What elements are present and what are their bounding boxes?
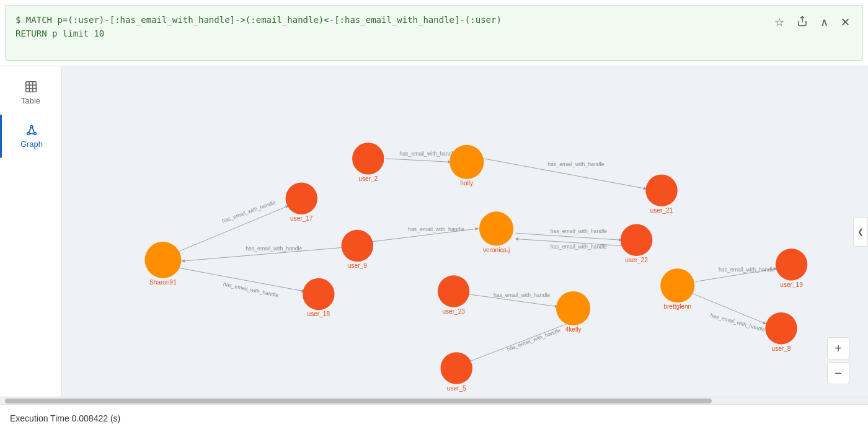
svg-line-10 (32, 128, 34, 133)
node-4kelly[interactable] (556, 291, 590, 325)
graph-svg: has_email_with_handle has_email_with_han… (62, 66, 868, 397)
table-icon (24, 80, 38, 94)
collapse-query-button[interactable]: ∧ (818, 14, 831, 30)
status-bar: Execution Time 0.008422 (s) (0, 404, 868, 432)
label-user2: user_2 (358, 175, 378, 182)
svg-point-8 (34, 133, 37, 135)
node-user23[interactable] (438, 275, 469, 307)
query-text: $ MATCH p=(:user)-[:has_email_with_handl… (16, 13, 762, 41)
collapse-panel-button[interactable]: ❮ (853, 217, 868, 247)
graph-icon (25, 123, 38, 137)
svg-text:has_email_with_handle: has_email_with_handle (399, 151, 456, 157)
zoom-in-button[interactable]: + (827, 337, 849, 359)
scrollbar-thumb[interactable] (5, 399, 712, 403)
table-label: Table (21, 96, 40, 105)
node-user8[interactable] (765, 312, 797, 344)
label-veronicaj: veronica.j (483, 247, 510, 253)
share-button[interactable] (794, 13, 810, 31)
label-brettglenn: brettglenn (663, 303, 691, 310)
content-area: Table Graph (0, 66, 868, 397)
svg-text:has_email_with_handle: has_email_with_handle (223, 281, 279, 299)
label-4kelly: 4kelly (565, 326, 582, 333)
svg-line-18 (386, 159, 451, 162)
sidebar: Table Graph (0, 66, 62, 397)
label-user9: user_9 (348, 262, 367, 269)
zoom-controls: + − (827, 337, 849, 384)
node-user5[interactable] (440, 352, 472, 384)
node-veronicaj[interactable] (479, 211, 513, 245)
sidebar-item-graph[interactable]: Graph (0, 115, 61, 158)
zoom-out-button[interactable]: − (827, 362, 849, 384)
svg-line-9 (29, 128, 31, 133)
node-user22[interactable] (621, 224, 652, 256)
query-actions: ☆ ∧ ✕ (762, 13, 852, 31)
label-user19: user_19 (780, 281, 803, 288)
node-sharon91[interactable] (145, 242, 182, 278)
label-user5: user_5 (447, 385, 466, 392)
svg-rect-1 (25, 82, 36, 92)
query-line1: $ MATCH p=(:user)-[:has_email_with_handl… (16, 13, 762, 27)
label-user23: user_23 (442, 308, 465, 315)
svg-text:has_email_with_handle: has_email_with_handle (506, 327, 561, 353)
svg-text:has_email_with_handle: has_email_with_handle (221, 199, 277, 224)
node-brettglenn[interactable] (660, 268, 694, 302)
svg-text:has_email_with_handle: has_email_with_handle (494, 292, 550, 298)
close-button[interactable]: ✕ (838, 14, 852, 30)
query-line2: RETURN p limit 10 (16, 27, 762, 40)
label-user21: user_21 (650, 207, 673, 214)
horizontal-scrollbar[interactable] (0, 397, 868, 404)
svg-text:has_email_with_handle: has_email_with_handle (551, 228, 607, 234)
svg-text:has_email_with_handle: has_email_with_handle (246, 245, 302, 252)
label-user17: user_17 (290, 215, 313, 222)
node-user21[interactable] (645, 175, 677, 206)
svg-point-7 (30, 126, 33, 128)
graph-area: has_email_with_handle has_email_with_han… (62, 66, 868, 397)
node-holly[interactable] (450, 145, 484, 179)
sidebar-item-table[interactable]: Table (0, 71, 61, 115)
execution-time: Execution Time 0.008422 (s) (10, 413, 120, 423)
label-user18: user_18 (308, 311, 330, 317)
label-user8: user_8 (772, 345, 791, 352)
svg-text:has_email_with_handle: has_email_with_handle (710, 312, 766, 333)
svg-text:has_email_with_handle: has_email_with_handle (719, 267, 775, 273)
graph-label: Graph (20, 139, 43, 149)
svg-text:has_email_with_handle: has_email_with_handle (551, 244, 607, 250)
query-bar: $ MATCH p=(:user)-[:has_email_with_handl… (5, 5, 863, 61)
node-user2[interactable] (352, 143, 384, 174)
svg-point-6 (27, 133, 30, 135)
label-sharon91: Sharon91 (149, 279, 177, 286)
node-user19[interactable] (776, 249, 807, 280)
main-container: $ MATCH p=(:user)-[:has_email_with_handl… (0, 0, 868, 432)
svg-text:has_email_with_handle: has_email_with_handle (547, 161, 604, 167)
label-user22: user_22 (625, 257, 648, 263)
svg-text:has_email_with_handle: has_email_with_handle (408, 227, 464, 233)
node-user18[interactable] (303, 278, 334, 310)
node-user17[interactable] (286, 182, 317, 214)
label-holly: holly (460, 180, 474, 187)
star-button[interactable]: ☆ (772, 14, 787, 30)
node-user9[interactable] (342, 230, 373, 262)
